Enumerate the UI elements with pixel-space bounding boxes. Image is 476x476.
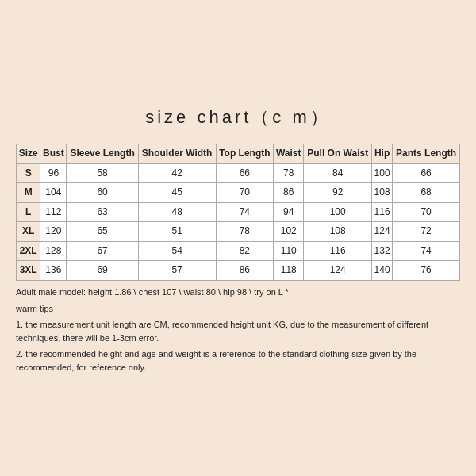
table-cell: 124 [372, 222, 393, 242]
table-cell: 100 [304, 202, 372, 222]
table-cell: M [17, 183, 40, 203]
table-cell: 70 [216, 183, 274, 203]
table-row: S96584266788410066 [17, 163, 460, 183]
table-cell: 60 [67, 183, 138, 203]
table-cell: 78 [274, 163, 304, 183]
table-row: L1126348749410011670 [17, 202, 460, 222]
table-cell: 67 [67, 241, 138, 261]
table-cell: 94 [274, 202, 304, 222]
size-chart-container: size chart（c m） SizeBustSleeve LengthSho… [8, 91, 468, 385]
table-cell: 104 [40, 183, 67, 203]
table-cell: 45 [138, 183, 216, 203]
table-cell: 136 [40, 261, 67, 281]
table-cell: 74 [393, 241, 460, 261]
table-cell: 63 [67, 202, 138, 222]
table-cell: L [17, 202, 40, 222]
table-cell: 72 [393, 222, 460, 242]
column-header: Pants Length [393, 144, 460, 163]
column-header: Sleeve Length [67, 144, 138, 163]
table-cell: 100 [372, 163, 393, 183]
table-cell: 69 [67, 261, 138, 281]
table-cell: 84 [304, 163, 372, 183]
warm-tips: warm tips [16, 302, 460, 316]
table-cell: 102 [274, 222, 304, 242]
table-cell: 74 [216, 202, 274, 222]
column-header: Shoulder Width [138, 144, 216, 163]
column-header: Size [17, 144, 40, 163]
table-cell: 128 [40, 241, 67, 261]
table-cell: 68 [393, 183, 460, 203]
table-cell: 116 [372, 202, 393, 222]
model-note: Adult male model: height 1.86 \ chest 10… [16, 286, 460, 299]
table-cell: 2XL [17, 241, 40, 261]
size-table: SizeBustSleeve LengthShoulder WidthTop L… [16, 144, 460, 281]
table-cell: 54 [138, 241, 216, 261]
table-row: M104604570869210868 [17, 183, 460, 203]
table-cell: 96 [40, 163, 67, 183]
table-cell: 66 [393, 163, 460, 183]
table-cell: 108 [304, 222, 372, 242]
table-cell: 78 [216, 222, 274, 242]
table-cell: 57 [138, 261, 216, 281]
table-cell: 110 [274, 241, 304, 261]
table-cell: 65 [67, 222, 138, 242]
table-cell: 51 [138, 222, 216, 242]
column-header: Bust [40, 144, 67, 163]
table-row: 3XL13669578611812414076 [17, 261, 460, 281]
table-cell: 76 [393, 261, 460, 281]
table-cell: 118 [274, 261, 304, 281]
table-cell: 132 [372, 241, 393, 261]
column-header: Waist [274, 144, 304, 163]
chart-title: size chart（c m） [16, 99, 460, 136]
table-cell: S [17, 163, 40, 183]
column-header: Pull On Waist [304, 144, 372, 163]
table-row: XL12065517810210812472 [17, 222, 460, 242]
table-cell: 92 [304, 183, 372, 203]
table-cell: 120 [40, 222, 67, 242]
note2: 2. the recommended height and age and we… [16, 347, 460, 374]
table-cell: 112 [40, 202, 67, 222]
table-row: 2XL12867548211011613274 [17, 241, 460, 261]
table-cell: 3XL [17, 261, 40, 281]
table-cell: 124 [304, 261, 372, 281]
table-cell: 116 [304, 241, 372, 261]
table-cell: 140 [372, 261, 393, 281]
table-cell: 86 [274, 183, 304, 203]
table-cell: 58 [67, 163, 138, 183]
table-cell: 86 [216, 261, 274, 281]
note1: 1. the measurement unit length are CM, r… [16, 318, 460, 344]
table-cell: 70 [393, 202, 460, 222]
table-cell: 108 [372, 183, 393, 203]
table-cell: 48 [138, 202, 216, 222]
table-header-row: SizeBustSleeve LengthShoulder WidthTop L… [17, 144, 460, 163]
table-cell: 42 [138, 163, 216, 183]
notes-section: Adult male model: height 1.86 \ chest 10… [16, 286, 460, 374]
table-cell: 66 [216, 163, 274, 183]
table-cell: XL [17, 222, 40, 242]
column-header: Top Length [216, 144, 274, 163]
column-header: Hip [372, 144, 393, 163]
table-cell: 82 [216, 241, 274, 261]
